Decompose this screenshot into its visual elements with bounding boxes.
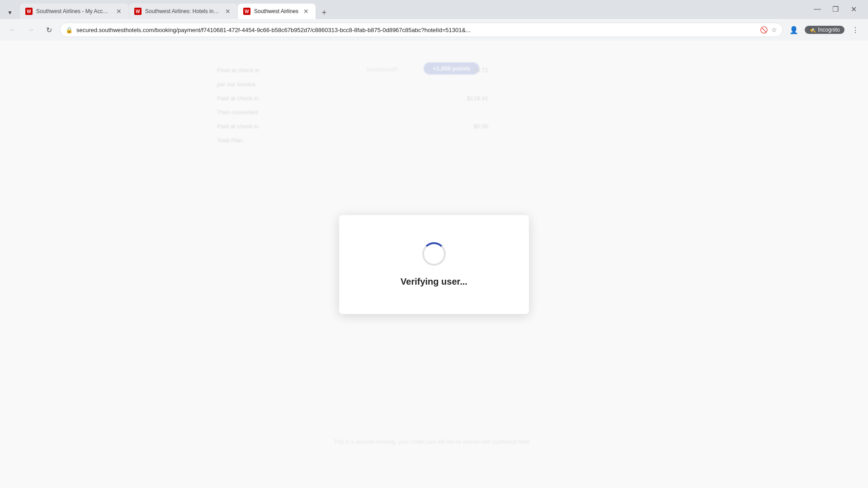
modal-overlay: Verifying user... <box>0 41 868 488</box>
back-button[interactable]: ← <box>5 23 20 37</box>
tab-1-title: Southwest Airlines - My Accou... <box>36 8 111 14</box>
verify-modal: Verifying user... <box>339 215 529 314</box>
lock-icon: 🔒 <box>66 27 73 33</box>
address-bar-row: ← → ↻ 🔒 secured.southwesthotels.com/book… <box>0 19 868 41</box>
minimize-button[interactable]: — <box>810 2 825 16</box>
verify-modal-text: Verifying user... <box>401 277 467 287</box>
svg-text:W: W <box>136 9 140 14</box>
tab-2-title: Southwest Airlines: Hotels in N... <box>145 8 220 14</box>
profile-button[interactable]: 👤 <box>787 23 801 37</box>
close-button[interactable]: ✕ <box>846 2 861 16</box>
loading-spinner <box>422 242 446 266</box>
tab-1[interactable]: W Southwest Airlines - My Accou... ✕ <box>20 4 128 19</box>
menu-button[interactable]: ⋮ <box>848 23 863 37</box>
incognito-icon: 🕵️ <box>809 27 816 33</box>
incognito-label: Incognito <box>818 27 840 33</box>
page-content: Southwest® +1,856 points Final at check … <box>0 41 868 488</box>
tab-1-favicon: W <box>25 8 33 15</box>
browser-frame: ▼ W Southwest Airlines - My Accou... ✕ <box>0 0 868 488</box>
tab-group-dropdown[interactable]: ▼ <box>4 6 16 19</box>
bookmark-icon[interactable]: ☆ <box>771 26 777 33</box>
refresh-button[interactable]: ↻ <box>42 23 56 37</box>
window-controls: — ❐ ✕ <box>803 2 868 16</box>
address-bar-icons: 🚫 ☆ <box>760 26 777 33</box>
address-bar[interactable]: 🔒 secured.southwesthotels.com/booking/pa… <box>60 23 783 37</box>
address-url-text: secured.southwesthotels.com/booking/paym… <box>76 27 756 33</box>
tab-3[interactable]: W Southwest Airlines ✕ <box>238 4 316 19</box>
tab-group-left: ▼ <box>0 6 20 19</box>
tab-1-close[interactable]: ✕ <box>115 7 123 15</box>
tab-2-close[interactable]: ✕ <box>224 7 232 15</box>
tab-3-close[interactable]: ✕ <box>302 7 310 15</box>
restore-button[interactable]: ❐ <box>828 2 843 16</box>
new-tab-button[interactable]: + <box>318 6 330 19</box>
forward-button[interactable]: → <box>24 23 38 37</box>
tab-3-title: Southwest Airlines <box>254 8 298 14</box>
tabs-container: W Southwest Airlines - My Accou... ✕ W S… <box>20 4 803 19</box>
eyeslash-icon[interactable]: 🚫 <box>760 26 768 33</box>
svg-text:W: W <box>245 9 249 14</box>
tab-2-favicon: W <box>134 8 142 15</box>
tab-bar: ▼ W Southwest Airlines - My Accou... ✕ <box>0 0 868 19</box>
incognito-badge: 🕵️ Incognito <box>805 26 844 34</box>
tab-3-favicon: W <box>243 8 250 15</box>
tab-2[interactable]: W Southwest Airlines: Hotels in N... ✕ <box>129 4 237 19</box>
svg-text:W: W <box>27 9 31 14</box>
